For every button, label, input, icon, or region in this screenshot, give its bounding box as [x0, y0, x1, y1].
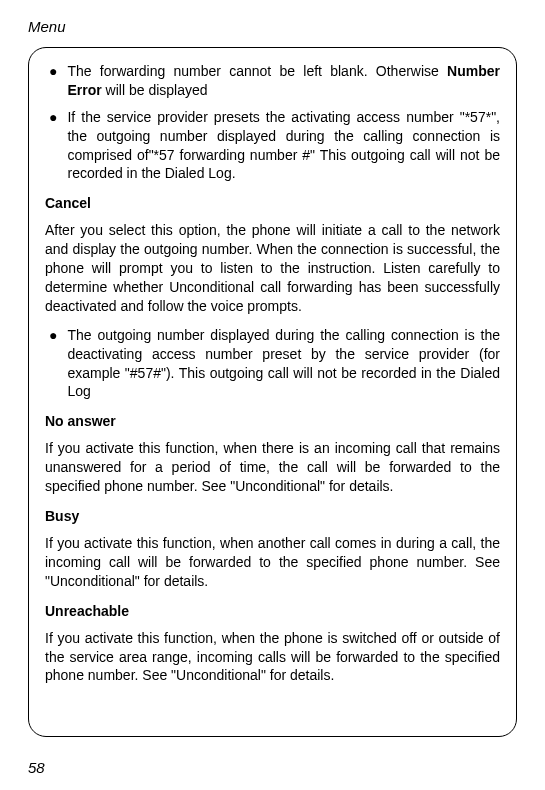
cancel-paragraph: After you select this option, the phone … [45, 221, 500, 315]
page-number: 58 [28, 759, 45, 776]
bullet-item-2: ● If the service provider presets the ac… [45, 108, 500, 184]
bullet-item-3: ● The outgoing number displayed during t… [45, 326, 500, 402]
page-header: Menu [28, 18, 517, 35]
cancel-heading: Cancel [45, 195, 500, 211]
bullet-text-1: The forwarding number cannot be left bla… [67, 62, 500, 100]
bullet1-part1: The forwarding number cannot be left bla… [67, 63, 447, 79]
noanswer-paragraph: If you activate this function, when ther… [45, 439, 500, 496]
noanswer-heading: No answer [45, 413, 500, 429]
bullet-icon: ● [49, 62, 57, 100]
bullet-text-2: If the service provider presets the acti… [67, 108, 500, 184]
unreachable-paragraph: If you activate this function, when the … [45, 629, 500, 686]
content-box: ● The forwarding number cannot be left b… [28, 47, 517, 737]
busy-heading: Busy [45, 508, 500, 524]
bullet-text-3: The outgoing number displayed during the… [67, 326, 500, 402]
bullet1-part2: will be displayed [102, 82, 208, 98]
bullet-icon: ● [49, 326, 57, 402]
unreachable-heading: Unreachable [45, 603, 500, 619]
bullet-item-1: ● The forwarding number cannot be left b… [45, 62, 500, 100]
busy-paragraph: If you activate this function, when anot… [45, 534, 500, 591]
bullet-icon: ● [49, 108, 57, 184]
